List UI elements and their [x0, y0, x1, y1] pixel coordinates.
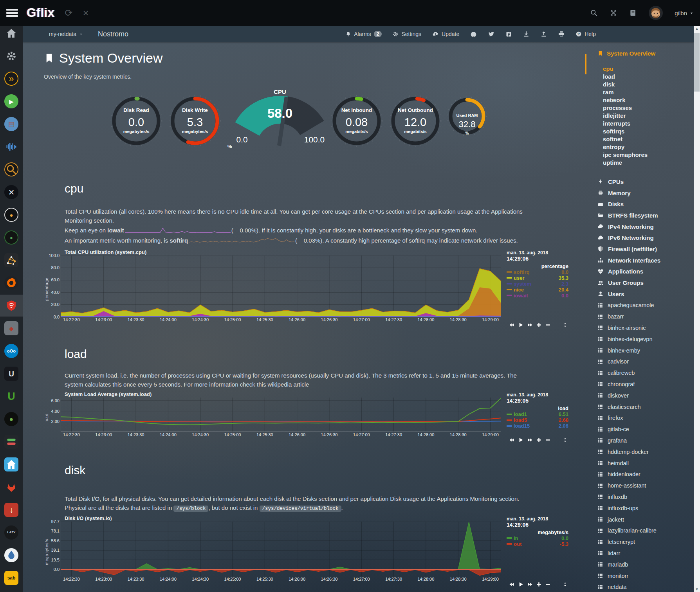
legend-iowait[interactable]: iowait0.0 — [507, 293, 568, 299]
legend-load15[interactable]: load152.06 — [507, 423, 568, 429]
menu-item-network[interactable]: network — [603, 96, 648, 104]
sidebar-app-airsonic[interactable] — [0, 136, 23, 158]
close-icon[interactable]: × — [83, 8, 89, 18]
sidebar-app-youtube-dl[interactable]: ↓ — [0, 499, 23, 521]
sidebar-app-ubooquity[interactable]: U — [0, 385, 23, 407]
menu-app-jackett[interactable]: jackett — [597, 514, 657, 525]
github-icon[interactable] — [470, 31, 477, 38]
gauge-net-inbound[interactable]: Net Inbound 0.08 megabits/s — [327, 92, 386, 150]
menu-app-monitorr[interactable]: monitorr — [597, 570, 657, 581]
update-button[interactable]: Update — [432, 31, 459, 37]
menu-app-calibreweb[interactable]: calibreweb — [597, 367, 657, 379]
sidebar-app-app-ring[interactable]: ● — [0, 204, 23, 226]
menu-app-firefox[interactable]: firefox — [597, 412, 657, 424]
menu-item-load[interactable]: load — [603, 73, 648, 81]
fullscreen-icon[interactable] — [610, 9, 617, 17]
changelog-icon[interactable] — [629, 9, 637, 17]
gauge-cpu[interactable]: CPU 58.0 0.0 100.0 % — [221, 87, 339, 162]
menu-item-softirqs[interactable]: softirqs — [603, 128, 648, 135]
menu-app-letsencrypt[interactable]: letsencrypt — [597, 536, 657, 548]
chart-toolbox[interactable] — [509, 437, 568, 443]
sidebar-app-home-assistant[interactable] — [0, 453, 23, 475]
legend-out[interactable]: out-5.3 — [507, 541, 568, 547]
menu-section-user-groups[interactable]: User Groups — [597, 277, 660, 288]
menu-app-heimdall[interactable]: heimdall — [597, 457, 657, 469]
sidebar-app-gitlab[interactable] — [0, 476, 23, 498]
sidebar-app-grafana[interactable] — [0, 272, 23, 294]
hamburger-menu-icon[interactable] — [6, 9, 18, 17]
sidebar-app-plex[interactable]: » — [0, 68, 23, 90]
chart-disk-io[interactable]: Disk I/O (system.io) megabytes/s 97.778.… — [44, 515, 568, 582]
legend-in[interactable]: in0.0 — [507, 535, 568, 541]
menu-section-ipv4-networking[interactable]: IPv4 Networking — [597, 221, 660, 232]
twitter-icon[interactable] — [488, 31, 495, 38]
sidebar-app-sabnzbd[interactable]: sab — [0, 567, 23, 589]
menu-app-lazylibrarian-calibre[interactable]: lazylibrarian-calibre — [597, 525, 657, 536]
page-scrollbar[interactable]: ▲ ▼ — [694, 26, 700, 592]
alarms-button[interactable]: Alarms 2 — [345, 31, 382, 37]
menu-section-cpus[interactable]: CPUs — [597, 176, 660, 187]
menu-section-users[interactable]: Users — [597, 288, 660, 300]
sidebar-app-jackett[interactable] — [0, 158, 23, 180]
legend-load1[interactable]: load16.51 — [507, 411, 568, 417]
gauge-used-ram[interactable]: Used RAM 32.8 % — [444, 93, 491, 140]
server-dropdown[interactable]: my-netdata — [49, 31, 83, 37]
scrollbar-thumb[interactable] — [694, 33, 700, 92]
sidebar-app-library-app[interactable]: ▤ — [0, 113, 23, 135]
sidebar-app-guacamole[interactable]: ● — [0, 227, 23, 248]
sidebar-app-diskover[interactable] — [0, 249, 23, 271]
menu-section-applications[interactable]: Applications — [597, 266, 660, 277]
sidebar-app-settings[interactable] — [0, 45, 23, 67]
menu-app-hiddenloader[interactable]: hiddenloader — [597, 469, 657, 480]
iowait-sparkline[interactable] — [125, 227, 231, 234]
menu-section-memory[interactable]: Memory — [597, 187, 660, 199]
menu-section-ipv6-networking[interactable]: IPv6 Networking — [597, 232, 660, 243]
menu-item-interrupts[interactable]: interrupts — [603, 120, 648, 128]
legend-system[interactable]: system2.3 — [507, 281, 568, 287]
menu-app-binhex-airsonic[interactable]: binhex-airsonic — [597, 322, 657, 334]
menu-app-home-assistant[interactable]: home-assistant — [597, 480, 657, 491]
chart-load-average[interactable]: System Load Average (system.load) load 6… — [44, 391, 568, 438]
sidebar-app-lazylibrarian[interactable]: LAZY — [0, 522, 23, 543]
sidebar-app-duckdns[interactable]: ● — [0, 408, 23, 430]
sidebar-app-unraid[interactable]: U — [0, 363, 23, 385]
menu-item-ipc-semaphores[interactable]: ipc semaphores — [603, 151, 648, 159]
menu-item-processes[interactable]: processes — [603, 104, 648, 112]
menu-app-gitlab-ce[interactable]: gitlab-ce — [597, 424, 657, 435]
sidebar-app-netdata[interactable] — [0, 295, 23, 317]
legend-load5[interactable]: load52.68 — [507, 417, 568, 423]
menu-app-hddtemp-docker[interactable]: hddtemp-docker — [597, 446, 657, 457]
sidebar-app-app-x[interactable]: × — [0, 181, 23, 203]
menu-item-idlejitter[interactable]: idlejitter — [603, 112, 648, 120]
menu-item-entropy[interactable]: entropy — [603, 143, 648, 151]
help-button[interactable]: Help — [576, 31, 596, 37]
scroll-down-arrow[interactable]: ▼ — [694, 587, 700, 592]
search-icon[interactable] — [590, 9, 598, 17]
menu-section-disks[interactable]: Disks — [597, 198, 660, 210]
menu-item-softnet[interactable]: softnet — [603, 135, 648, 143]
menu-system-overview[interactable]: System Overview — [597, 50, 655, 57]
chart-toolbox[interactable] — [509, 322, 568, 328]
facebook-icon[interactable] — [505, 31, 512, 38]
print-icon[interactable] — [558, 31, 565, 38]
legend-softirq[interactable]: softirq0.0 — [507, 269, 568, 275]
menu-app-binhex-delugevpn[interactable]: binhex-delugevpn — [597, 333, 657, 345]
menu-app-apacheguacamole[interactable]: apacheguacamole — [597, 300, 657, 311]
menu-item-uptime[interactable]: uptime — [603, 159, 648, 167]
gauge-disk-read[interactable]: Disk Read 0.0 megabytes/s — [107, 92, 166, 150]
menu-app-binhex-emby[interactable]: binhex-emby — [597, 345, 657, 356]
menu-item-ram[interactable]: ram — [603, 88, 648, 96]
menu-section-network-interfaces[interactable]: Network Interfaces — [597, 255, 660, 266]
legend-nice[interactable]: nice20.4 — [507, 287, 568, 293]
gauge-disk-write[interactable]: Disk Write 5.3 megabytes/s — [166, 92, 224, 150]
legend-user[interactable]: user35.3 — [507, 275, 568, 281]
upload-icon[interactable] — [540, 31, 547, 38]
softirq-sparkline[interactable] — [189, 237, 294, 244]
menu-app-bazarr[interactable]: bazarr — [597, 311, 657, 322]
sidebar-app-emby[interactable]: ▶ — [0, 90, 23, 112]
sidebar-app-nextcloud[interactable]: oOo — [0, 340, 23, 362]
sidebar-app-folder-app[interactable]: ◆ — [0, 317, 23, 339]
app-logo[interactable]: Gflix — [27, 6, 54, 20]
menu-section-btrfs-filesystem[interactable]: BTRFS filesystem — [597, 210, 660, 221]
menu-app-chronograf[interactable]: chronograf — [597, 379, 657, 390]
